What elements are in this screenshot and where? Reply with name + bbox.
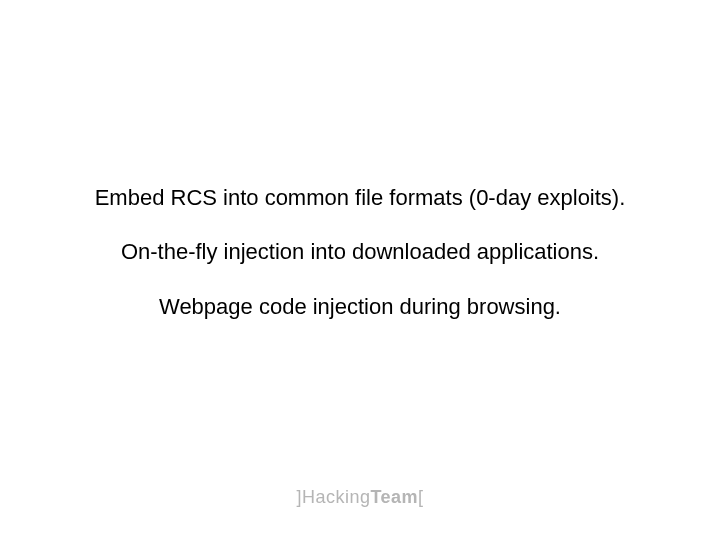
bullet-line: Embed RCS into common file formats (0-da…: [0, 185, 720, 211]
logo-part2: Team: [370, 487, 418, 507]
footer-logo: ]HackingTeam[: [0, 487, 720, 508]
logo-close-bracket: [: [418, 487, 424, 507]
bullet-line: Webpage code injection during browsing.: [0, 294, 720, 320]
slide-body: Embed RCS into common file formats (0-da…: [0, 185, 720, 348]
bullet-line: On-the-fly injection into downloaded app…: [0, 239, 720, 265]
slide: Embed RCS into common file formats (0-da…: [0, 0, 720, 540]
logo-part1: Hacking: [302, 487, 371, 507]
